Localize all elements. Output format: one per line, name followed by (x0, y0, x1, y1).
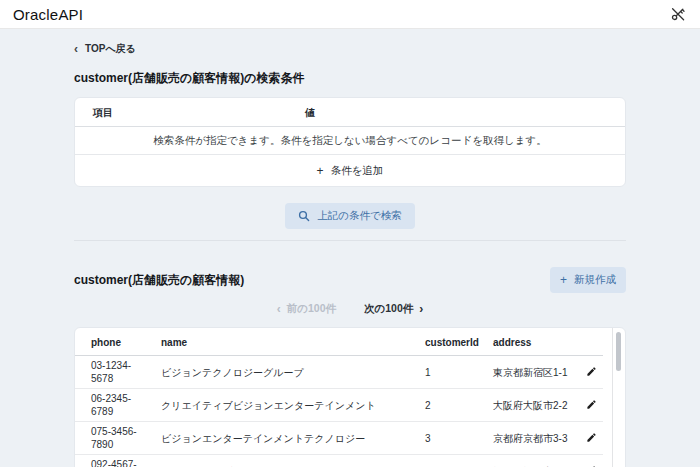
key-off-icon[interactable] (669, 5, 687, 23)
table-row: 03-1234-5678 ビジョンテクノロジーグループ 1 東京都新宿区1-1 (75, 356, 603, 389)
search-section-heading: customer(店舗販売の顧客情報)の検索条件 (74, 70, 626, 87)
cell-phone: 075-3456-7890 (75, 422, 149, 455)
back-to-top-link[interactable]: ‹ TOPへ戻る (74, 42, 136, 56)
add-condition-label: 条件を追加 (331, 164, 384, 178)
cell-customerId: 1 (415, 356, 485, 389)
pagination-next-label: 次の100件 (364, 302, 413, 316)
list-section-header: customer(店舗販売の顧客情報) + 新規作成 (74, 267, 626, 293)
search-button[interactable]: 上記の条件で検索 (285, 203, 415, 229)
cell-address: 大阪府大阪市2-2 (485, 389, 579, 422)
customer-table-card: phone name customerId address 03-1234-56… (74, 327, 626, 467)
plus-icon: + (560, 274, 567, 286)
list-section-heading: customer(店舗販売の顧客情報) (74, 272, 244, 289)
search-conditions-card: 項目 値 検索条件が指定できます。条件を指定しない場合すべてのレコードを取得しま… (74, 97, 626, 187)
cell-customerId: 3 (415, 422, 485, 455)
chevron-left-icon: ‹ (74, 43, 78, 55)
table-row: 075-3456-7890 ビジョンエンターテインメントテクノロジー 3 京都府… (75, 422, 603, 455)
cell-address: 京都府京都市3-3 (485, 422, 579, 455)
conditions-col-item: 項目 (75, 106, 305, 120)
column-header-name: name (149, 328, 415, 356)
cell-customerId: 4 (415, 455, 485, 467)
cell-address: 福岡県福岡市4-4 (485, 455, 579, 467)
main-content: ‹ TOPへ戻る customer(店舗販売の顧客情報)の検索条件 項目 値 検… (74, 29, 626, 467)
edit-button[interactable] (584, 431, 599, 444)
chevron-right-icon: › (419, 303, 423, 315)
table-row: 092-4567-8901 クリエイティブデザインパフォーマンステクノロジー 4… (75, 455, 603, 467)
pagination-prev-button[interactable]: ‹ 前の100件 (277, 302, 336, 316)
pagination-next-button[interactable]: 次の100件 › (364, 302, 423, 316)
cell-name: クリエイティブビジョンエンターテインメント (149, 389, 415, 422)
conditions-table-header: 項目 値 (75, 98, 625, 127)
scrollbar-thumb[interactable] (616, 332, 621, 371)
cell-name: ビジョンテクノロジーグループ (149, 356, 415, 389)
cell-phone: 092-4567-8901 (75, 455, 149, 467)
cell-name: クリエイティブデザインパフォーマンステクノロジー (149, 455, 415, 467)
search-button-row: 上記の条件で検索 (74, 203, 626, 229)
edit-pencil-icon (586, 365, 597, 380)
edit-button[interactable] (584, 464, 599, 467)
add-condition-row: + 条件を追加 (75, 155, 625, 186)
column-header-address: address (485, 328, 579, 356)
table-row: 06-2345-6789 クリエイティブビジョンエンターテインメント 2 大阪府… (75, 389, 603, 422)
pagination: ‹ 前の100件 次の100件 › (74, 302, 626, 316)
plus-icon: + (317, 165, 324, 177)
chevron-left-icon: ‹ (277, 303, 281, 315)
cell-phone: 03-1234-5678 (75, 356, 149, 389)
column-header-phone: phone (75, 328, 149, 356)
topbar: OracleAPI (0, 0, 700, 29)
create-new-button[interactable]: + 新規作成 (550, 267, 626, 293)
edit-button[interactable] (584, 398, 599, 411)
cell-name: ビジョンエンターテインメントテクノロジー (149, 422, 415, 455)
search-icon (298, 210, 310, 222)
table-header-row: phone name customerId address (75, 328, 603, 356)
customer-table: phone name customerId address 03-1234-56… (75, 328, 603, 467)
cell-customerId: 2 (415, 389, 485, 422)
back-to-top-label: TOPへ戻る (85, 42, 136, 56)
cell-address: 東京都新宿区1-1 (485, 356, 579, 389)
create-new-label: 新規作成 (574, 273, 616, 287)
conditions-empty-message: 検索条件が指定できます。条件を指定しない場合すべてのレコードを取得します。 (75, 127, 625, 155)
cell-phone: 06-2345-6789 (75, 389, 149, 422)
section-divider (74, 240, 626, 241)
conditions-col-value: 値 (305, 106, 625, 120)
search-button-label: 上記の条件で検索 (317, 209, 402, 223)
edit-button[interactable] (584, 365, 599, 378)
column-header-edit (579, 328, 603, 356)
edit-pencil-icon (586, 398, 597, 413)
app-title: OracleAPI (13, 6, 83, 23)
edit-pencil-icon (586, 464, 597, 467)
pagination-prev-label: 前の100件 (287, 302, 336, 316)
add-condition-button[interactable]: + 条件を追加 (317, 164, 384, 178)
column-header-customerId: customerId (415, 328, 485, 356)
customer-table-body: 03-1234-5678 ビジョンテクノロジーグループ 1 東京都新宿区1-1 … (75, 356, 603, 467)
edit-pencil-icon (586, 431, 597, 446)
scrollbar-track (612, 328, 613, 467)
